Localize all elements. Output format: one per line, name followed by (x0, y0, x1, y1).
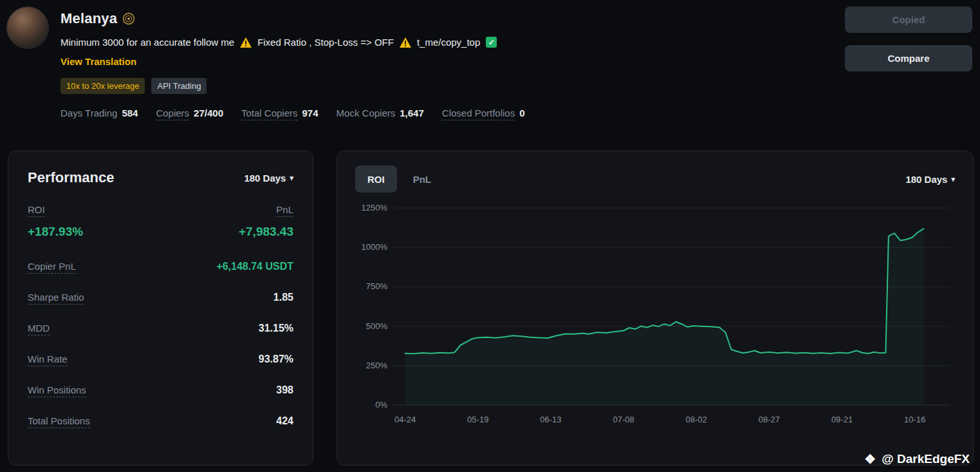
check-icon: ✓ (486, 37, 497, 48)
stats-row: Days Trading 584 Copiers 27/400 Total Co… (60, 108, 525, 120)
chart-range-dropdown[interactable]: 180 Days ▾ (905, 174, 955, 185)
roi-chart-card: ROI PnL 180 Days ▾ 0%250%500%750%1000%12… (337, 151, 974, 466)
stat-value: 974 (302, 108, 319, 118)
chart-tabs: ROI PnL (355, 165, 443, 193)
performance-header: Performance 180 Days ▾ (28, 169, 293, 186)
trader-name: Melanya (60, 10, 117, 27)
roi-series-area (405, 229, 924, 405)
stat-copiers: Copiers 27/400 (156, 108, 223, 120)
row-win-rate: Win Rate 93.87% (28, 354, 293, 366)
tag-leverage: 10x to 20x leverage (60, 78, 145, 94)
row-value: 398 (276, 384, 293, 396)
watermark-text: @ DarkEdgeFX (882, 452, 970, 466)
x-tick-label: 04-24 (394, 415, 416, 424)
roi-label[interactable]: ROI (28, 204, 45, 217)
x-tick-label: 05-19 (467, 415, 488, 424)
chevron-down-icon: ▾ (290, 174, 293, 182)
header-actions: Copied Compare (845, 6, 972, 120)
stat-mock-copiers: Mock Copiers 1,647 (337, 108, 424, 118)
row-total-positions: Total Positions 424 (28, 415, 293, 428)
y-tick-label: 1250% (362, 203, 388, 212)
stat-value: 584 (122, 108, 138, 118)
pnl-label[interactable]: PnL (276, 204, 293, 217)
stat-label[interactable]: Total Copiers (241, 108, 298, 120)
chart-range-value: 180 Days (905, 174, 947, 185)
roi-value: +187.93% (28, 225, 83, 239)
x-tick-label: 08-27 (759, 415, 780, 424)
row-value: +6,148.74 USDT (216, 261, 293, 272)
stat-value: 0 (519, 108, 524, 118)
row-label[interactable]: Sharpe Ratio (28, 292, 84, 305)
y-tick-label: 1000% (362, 242, 388, 252)
x-tick-label: 08-02 (686, 415, 707, 424)
stat-label: Days Trading (60, 108, 117, 118)
tag-api-trading: API Trading (151, 78, 207, 94)
performance-range-dropdown[interactable]: 180 Days ▾ (244, 173, 293, 184)
performance-range-value: 180 Days (244, 173, 286, 184)
medal-badge-icon (122, 12, 135, 25)
stat-closed-portfolios: Closed Portfolios 0 (442, 108, 525, 120)
roi-line-chart: 0%250%500%750%1000%1250%04-2405-1906-130… (355, 202, 955, 431)
performance-rows: Copier PnL +6,148.74 USDT Sharpe Ratio 1… (28, 261, 293, 428)
row-value: 1.85 (273, 292, 293, 303)
roi-pnl-values: +187.93% +7,983.43 (28, 225, 293, 239)
row-value: 424 (276, 415, 293, 427)
performance-title: Performance (28, 169, 115, 186)
row-copier-pnl: Copier PnL +6,148.74 USDT (28, 261, 293, 274)
chevron-down-icon: ▾ (951, 175, 955, 184)
content-cards: Performance 180 Days ▾ ROI PnL +187.93% … (8, 151, 972, 466)
stat-label[interactable]: Closed Portfolios (442, 108, 515, 120)
trader-header: Melanya Minimum 3000 for an accurate fol… (6, 6, 525, 120)
chart-header: ROI PnL 180 Days ▾ (355, 165, 955, 193)
row-label[interactable]: Win Rate (28, 354, 68, 366)
stat-value: 27/400 (194, 108, 223, 118)
row-label[interactable]: MDD (28, 323, 50, 335)
y-tick-label: 750% (366, 281, 388, 291)
y-tick-label: 500% (366, 321, 388, 331)
row-sharpe-ratio: Sharpe Ratio 1.85 (28, 292, 293, 305)
tab-roi[interactable]: ROI (355, 165, 397, 193)
copied-button[interactable]: Copied (845, 6, 972, 33)
bio-text-2: Fixed Ratio , Stop-Loss => OFF (257, 37, 394, 48)
row-label[interactable]: Copier PnL (28, 261, 76, 274)
x-tick-label: 07-08 (613, 415, 634, 424)
stat-value: 1,647 (400, 108, 424, 118)
avatar[interactable] (6, 6, 49, 49)
y-tick-label: 0% (375, 400, 387, 410)
y-tick-label: 250% (366, 361, 388, 370)
compare-button[interactable]: Compare (845, 45, 972, 71)
row-label[interactable]: Total Positions (28, 415, 90, 428)
trader-bio: Minimum 3000 for an accurate follow me F… (60, 37, 525, 48)
row-label[interactable]: Win Positions (28, 384, 86, 397)
watermark-logo-icon: ❖ (864, 451, 876, 467)
tab-pnl[interactable]: PnL (401, 165, 443, 193)
view-translation-link[interactable]: View Translation (60, 56, 136, 67)
x-tick-label: 06-13 (540, 415, 561, 424)
trader-header-info: Melanya Minimum 3000 for an accurate fol… (60, 6, 525, 120)
stat-total-copiers: Total Copiers 974 (241, 108, 319, 120)
tags-row: 10x to 20x leverage API Trading (60, 78, 525, 94)
bio-text-3: t_me/copy_top (417, 37, 480, 48)
pnl-value: +7,983.43 (239, 225, 293, 239)
stat-label: Mock Copiers (337, 108, 396, 118)
trader-name-row: Melanya (60, 10, 525, 27)
row-mdd: MDD 31.15% (28, 323, 293, 335)
warning-icon (240, 37, 252, 48)
performance-card: Performance 180 Days ▾ ROI PnL +187.93% … (8, 151, 313, 466)
bio-text-1: Minimum 3000 for an accurate follow me (60, 37, 234, 48)
x-tick-label: 09-21 (831, 415, 853, 424)
warning-icon (400, 37, 411, 48)
row-value: 31.15% (259, 323, 293, 334)
roi-pnl-labels: ROI PnL (28, 204, 293, 217)
watermark: ❖ @ DarkEdgeFX (864, 451, 970, 467)
stat-days-trading: Days Trading 584 (60, 108, 138, 118)
row-value: 93.87% (259, 354, 293, 365)
stat-label[interactable]: Copiers (156, 108, 189, 120)
x-tick-label: 10-16 (904, 415, 925, 424)
topbar: Melanya Minimum 3000 for an accurate fol… (0, 0, 980, 120)
row-win-positions: Win Positions 398 (28, 384, 293, 397)
